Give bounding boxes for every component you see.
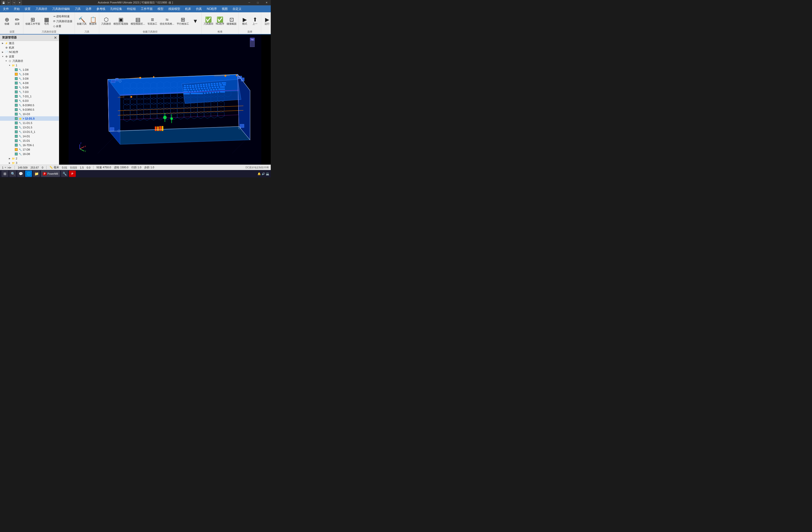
sidebar-item-t17[interactable]: ?🔧17-D8 [0,148,59,152]
close-btn[interactable]: ✕ [262,0,271,5]
ribbon-btn-model-residual[interactable]: ▤ 模型残留区... [130,16,146,26]
menu-simulate[interactable]: 仿真 [193,6,204,12]
checkbox-t3[interactable]: ✓ [15,77,18,80]
menu-holefeature[interactable]: 孔特征集 [108,6,125,12]
sidebar-item-t7[interactable]: ✓🔧7-D3 [0,90,59,94]
redo-btn[interactable]: ↪ [12,0,16,5]
checkbox-t13_1[interactable]: ✓ [15,130,18,133]
sidebar-item-t11[interactable]: ✓🔧11-D1.5 [0,121,59,125]
ribbon-btn-run[interactable]: ▶ 运行 [262,16,271,26]
undo-btn[interactable]: ↩ [6,0,11,5]
checkbox-t4[interactable]: ✓ [15,82,18,85]
maximize-btn[interactable]: □ [253,0,262,5]
ribbon-btn-create[interactable]: ⊕ 创建 [2,16,12,26]
taskbar-explorer-btn[interactable]: 📁 [33,170,40,177]
sidebar-item-t2[interactable]: ?🔧2-D8 [0,72,59,76]
menu-file[interactable]: 文件 [0,6,11,12]
sidebar-item-t15[interactable]: ✓🔧15-D1 [0,139,59,143]
ribbon-btn-database[interactable]: 📋 数据库 [88,16,98,26]
checkbox-t5[interactable]: ✓ [15,86,18,89]
menu-customize[interactable]: 自定义 [230,6,244,12]
sidebar-item-folder2[interactable]: ▶📁2 [0,156,59,161]
ribbon-btn-stock[interactable]: ▦ 毛坯 [42,16,52,26]
sidebar-item-t6[interactable]: ✓🔧6-D3 [0,99,59,103]
checkbox-t18[interactable]: ✓ [15,153,18,155]
ribbon-btn-model-clear[interactable]: ▣ 模型区域清除 [113,16,129,26]
taskbar-edge-btn[interactable]: 🌐 [25,170,32,177]
taskbar-powermill-btn[interactable]: P PowerMill [41,170,60,177]
checkbox-t8[interactable]: ✓ [15,104,18,107]
menu-start[interactable]: 开始 [11,6,22,12]
sidebar-item-folder3[interactable]: ▶📁3 [0,161,59,165]
menu-residual[interactable]: 残留模型 [166,6,183,12]
sidebar-item-t14[interactable]: ✓🔧14-D1 [0,134,59,139]
checkbox-t10[interactable]: ✓ [15,113,18,115]
checkbox-t12[interactable]: ✓ [15,117,18,120]
sidebar-item-t3[interactable]: ✓🔧3-D8 [0,76,59,81]
taskbar-search-btn[interactable]: 🔍 [9,170,16,177]
sidebar-item-toolpath[interactable]: ▼⬡刀具路径 [0,59,59,63]
menu-view[interactable]: 视图 [219,6,230,12]
checkbox-t16[interactable]: ✓ [15,144,18,146]
taskbar-app3-btn[interactable]: P [69,170,76,177]
sidebar-close-btn[interactable]: ✕ [54,36,57,40]
viewport[interactable]: X Y Z Top [59,34,271,165]
checkbox-t17[interactable]: ? [15,148,18,151]
sidebar-item-settings[interactable]: ▼⚙设置 [0,54,59,59]
sidebar-item-t8[interactable]: ✓🔧8-D3R0.5 [0,103,59,108]
ribbon-btn-collision[interactable]: ⊡ 碰撞截面 [226,16,237,26]
checkbox-t14[interactable]: ✓ [15,135,18,138]
checkbox-t6[interactable]: ✓ [15,99,18,102]
ribbon-btn-more-toolpath[interactable]: ▼ [190,18,200,24]
sidebar-item-t9[interactable]: ✓🔧9-D3R0.5 [0,108,59,112]
customize-btn[interactable]: ▼ [17,0,22,5]
sidebar-item-t13_1[interactable]: ✓🔧13-D1.5_1 [0,130,59,134]
menu-toolpath-edit[interactable]: 刀具路径编辑 [50,6,72,12]
taskbar-chat-btn[interactable]: 💬 [17,170,24,177]
sidebar-item-t18[interactable]: ✓🔧18-D8 [0,152,59,156]
sidebar-item-t5[interactable]: ✓🔧5-D8 [0,85,59,90]
menu-settings[interactable]: 设置 [22,6,33,12]
taskbar-app2-btn[interactable]: 🔧 [61,170,68,177]
checkbox-t7d3_1[interactable]: ✓ [15,95,18,98]
menu-boundary[interactable]: 边界 [83,6,94,12]
ribbon-btn-check-nc[interactable]: ✅ NC程序 [215,16,225,26]
menu-workplane[interactable]: 工作平面 [138,6,155,12]
ribbon-btn-settings[interactable]: ✏ 设置 [12,16,22,26]
sidebar-item-activate[interactable]: ▶⚡激活 [0,41,59,45]
ribbon-btn-mode[interactable]: ▶ 模式 [240,16,250,26]
menu-featuregroup[interactable]: 特征组 [125,6,138,12]
ribbon-btn-opt-contour[interactable]: ≈ 优化等高精... [159,16,175,26]
checkbox-t11[interactable]: ✓ [15,122,18,124]
sidebar-item-t16[interactable]: ✓🔧16-TD6-1 [0,143,59,148]
ribbon-btn-parallel[interactable]: ⊞ 平行精加工 [176,16,190,26]
checkbox-t1[interactable]: ✓ [15,68,18,71]
menu-machine[interactable]: 机床 [183,6,193,12]
sidebar-item-t7d3_1[interactable]: ✓🔧7-D3_1 [0,94,59,99]
menu-refline[interactable]: 参考线 [94,6,108,12]
ribbon-btn-toolpath-connect[interactable]: ⟳ 刀具路径连接 [52,19,74,24]
checkbox-t7[interactable]: ✓ [15,90,18,93]
menu-ncprogram[interactable]: NC程序 [204,6,219,12]
sidebar-item-folder1[interactable]: ▼📁1 [0,63,59,68]
taskbar-start-btn[interactable]: ⊞ [1,170,9,177]
checkbox-t9[interactable]: ✓ [15,108,18,111]
sidebar-item-machine[interactable]: ⚙机床 [0,45,59,50]
menu-tool[interactable]: 刀具 [72,6,83,12]
ribbon-btn-check-toolpath[interactable]: ✅ 刀具路径 [203,16,214,26]
sidebar-item-t1[interactable]: ✓🔧1-D8 [0,68,59,72]
ribbon-btn-feedrate[interactable]: ⇒ 进给和转速 [52,14,74,19]
ribbon-btn-workplane[interactable]: ⊞ 创建工作平面 [24,16,41,26]
sidebar-item-t13[interactable]: ✓🔧13-D1.5 [0,125,59,130]
sidebar-item-t4[interactable]: ✓🔧4-D8 [0,81,59,85]
ribbon-btn-allowance[interactable]: ◇ 余量 [52,24,74,29]
checkbox-t13[interactable]: ✓ [15,126,18,129]
sidebar-item-t12[interactable]: ✓⭐> 12-D1.5 [0,116,59,121]
ribbon-btn-toolpath-main[interactable]: ⬡ 刀具路径 [100,16,112,26]
ribbon-btn-create-tool[interactable]: 🔨 创建刀具 [76,16,88,26]
menu-toolpath[interactable]: 刀具路径 [33,6,50,12]
menu-model[interactable]: 模型 [155,6,166,12]
minimize-btn[interactable]: ─ [245,0,253,5]
sidebar-item-nc_program[interactable]: ▶📄NC程序 [0,50,59,54]
sidebar-item-t10[interactable]: ✓🔧10-D3 [0,112,59,116]
